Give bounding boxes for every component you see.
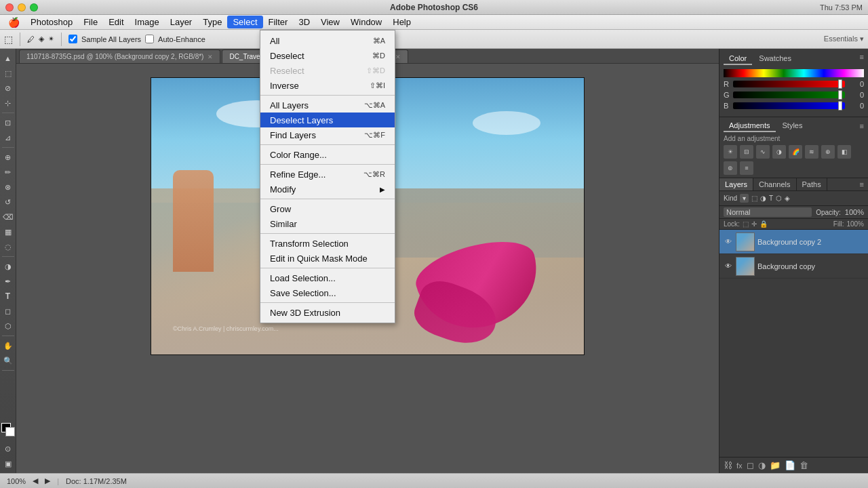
menu-entry-grow-label: Grow [270, 204, 291, 214]
divider-6 [260, 268, 395, 268]
menu-entry-all-layers-label: All Layers [270, 100, 309, 110]
select-menu: All ⌘A Deselect ⌘D Reselect ⇧⌘D Inverse … [260, 30, 395, 323]
divider-7 [260, 302, 395, 303]
menu-entry-all-shortcut: ⌘A [373, 37, 385, 45]
menu-entry-load-selection-label: Load Selection... [270, 273, 336, 283]
menu-entry-grow[interactable]: Grow [260, 201, 395, 216]
menu-entry-inverse-shortcut: ⇧⌘I [370, 81, 385, 90]
menu-entry-all-layers[interactable]: All Layers ⌥⌘A [260, 98, 395, 113]
divider-1 [260, 95, 395, 96]
menu-entry-color-range-label: Color Range... [270, 150, 327, 160]
divider-2 [260, 144, 395, 145]
menu-entry-deselect-shortcut: ⌘D [372, 52, 385, 60]
menu-entry-inverse[interactable]: Inverse ⇧⌘I [260, 78, 395, 93]
menu-entry-find-layers-shortcut: ⌥⌘F [364, 131, 385, 140]
menu-entry-inverse-label: Inverse [270, 81, 299, 91]
menu-entry-deselect-layers-label: Deselect Layers [270, 115, 333, 125]
menu-entry-refine-edge-shortcut: ⌥⌘R [363, 170, 385, 179]
menu-entry-modify[interactable]: Modify ▶ [260, 182, 395, 197]
menu-entry-save-selection-label: Save Selection... [270, 288, 336, 298]
dropdown-overlay[interactable]: All ⌘A Deselect ⌘D Reselect ⇧⌘D Inverse … [0, 0, 868, 488]
menu-entry-deselect[interactable]: Deselect ⌘D [260, 48, 395, 63]
menu-entry-save-selection[interactable]: Save Selection... [260, 285, 395, 300]
menu-entry-all-label: All [270, 36, 279, 46]
menu-entry-similar-label: Similar [270, 219, 297, 229]
menu-entry-reselect: Reselect ⇧⌘D [260, 63, 395, 78]
menu-entry-transform-selection-label: Transform Selection [270, 239, 349, 249]
menu-entry-color-range[interactable]: Color Range... [260, 147, 395, 162]
menu-entry-transform-selection[interactable]: Transform Selection [260, 236, 395, 251]
divider-3 [260, 164, 395, 165]
menu-entry-all[interactable]: All ⌘A [260, 33, 395, 48]
menu-entry-reselect-shortcut: ⇧⌘D [366, 66, 385, 75]
menu-entry-deselect-layers[interactable]: Deselect Layers [260, 113, 395, 127]
menu-entry-find-layers-label: Find Layers [270, 130, 316, 140]
menu-entry-similar[interactable]: Similar [260, 216, 395, 231]
menu-entry-modify-arrow: ▶ [380, 186, 385, 193]
menu-entry-new-3d-extrusion[interactable]: New 3D Extrusion [260, 305, 395, 320]
menu-entry-find-layers[interactable]: Find Layers ⌥⌘F [260, 127, 395, 142]
menu-entry-new-3d-extrusion-label: New 3D Extrusion [270, 308, 340, 318]
menu-entry-edit-quick-mask[interactable]: Edit in Quick Mask Mode [260, 251, 395, 266]
menu-entry-refine-edge-label: Refine Edge... [270, 169, 326, 180]
menu-entry-deselect-label: Deselect [270, 51, 304, 61]
menu-entry-modify-label: Modify [270, 184, 296, 195]
menu-entry-reselect-label: Reselect [270, 66, 304, 76]
divider-5 [260, 233, 395, 234]
menu-entry-edit-quick-mask-label: Edit in Quick Mask Mode [270, 253, 368, 264]
divider-4 [260, 199, 395, 199]
menu-entry-all-layers-shortcut: ⌥⌘A [364, 101, 385, 110]
menu-entry-refine-edge[interactable]: Refine Edge... ⌥⌘R [260, 167, 395, 182]
menu-entry-load-selection[interactable]: Load Selection... [260, 270, 395, 285]
